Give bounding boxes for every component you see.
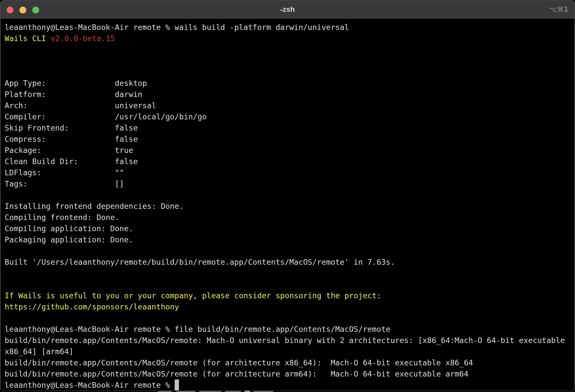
terminal-text-segment: Wails CLI xyxy=(5,34,51,43)
terminal-text-segment: Built '/Users/leaanthony/remote/build/bi… xyxy=(5,257,395,266)
terminal-screen[interactable]: leaanthony@Leas-MacBook-Air remote % wai… xyxy=(1,19,574,391)
traffic-lights xyxy=(7,7,39,13)
terminal-line xyxy=(5,44,574,55)
terminal-line: LDFlags: "" xyxy=(5,167,574,178)
terminal-line: Tags: [] xyxy=(5,178,574,189)
terminal-line xyxy=(5,245,574,257)
terminal-line: Compiling frontend: Done. xyxy=(5,212,574,223)
terminal-text-segment: build/bin/remote.app/Contents/MacOS/remo… xyxy=(5,369,468,378)
terminal-window: -zsh ⌥⌘1 leaanthony@Leas-MacBook-Air rem… xyxy=(0,0,575,391)
terminal-line xyxy=(5,66,574,78)
terminal-line: leaanthony@Leas-MacBook-Air remote % xyxy=(5,380,574,391)
terminal-text-segment: Compress: false xyxy=(5,135,138,143)
terminal-line: Clean Build Dir: false xyxy=(5,156,574,167)
terminal-line xyxy=(5,268,574,279)
terminal-text-segment: leaanthony@Leas-MacBook-Air remote % fil… xyxy=(5,325,390,333)
terminal-line xyxy=(5,312,574,324)
terminal-line: Compress: false xyxy=(5,134,574,145)
terminal-text-segment: Platform: darwin xyxy=(5,90,142,99)
background-fragment xyxy=(245,391,250,392)
terminal-line: x86_64] [arm64] xyxy=(5,346,574,357)
terminal-text-segment: build/bin/remote.app/Contents/MacOS/remo… xyxy=(5,336,565,345)
terminal-text-segment: build/bin/remote.app/Contents/MacOS/remo… xyxy=(5,358,473,367)
terminal-line: Skip Frontend: false xyxy=(5,122,574,134)
keyboard-shortcut-badge: ⌥⌘1 xyxy=(549,6,568,13)
terminal-text-segment: v2.0.0-beta.15 xyxy=(51,34,115,43)
window-title: -zsh xyxy=(280,5,295,14)
terminal-text-segment: Installing frontend dependencies: Done. xyxy=(5,202,184,210)
desktop-background: -zsh ⌥⌘1 leaanthony@Leas-MacBook-Air rem… xyxy=(0,0,575,392)
terminal-text-segment: x86_64] [arm64] xyxy=(5,347,73,356)
terminal-line xyxy=(5,189,574,201)
terminal-text-segment: leaanthony@Leas-MacBook-Air remote % wai… xyxy=(5,23,349,32)
background-window-sliver xyxy=(0,391,575,392)
terminal-line: Compiling application: Done. xyxy=(5,223,574,234)
terminal-line: App Type: desktop xyxy=(5,78,574,89)
terminal-line: leaanthony@Leas-MacBook-Air remote % wai… xyxy=(5,22,574,33)
terminal-text-segment: Compiling frontend: Done. xyxy=(5,213,119,222)
terminal-line: https://github.com/sponsors/leaanthony xyxy=(5,301,574,312)
terminal-text-segment: Compiling application: Done. xyxy=(5,224,133,233)
minimize-button[interactable] xyxy=(19,7,26,13)
terminal-line: Compiler: /usr/local/go/bin/go xyxy=(5,111,574,122)
terminal-text-segment: App Type: desktop xyxy=(5,79,147,87)
terminal-text-segment: Compiler: /usr/local/go/bin/go xyxy=(5,112,207,121)
terminal-cursor xyxy=(175,380,179,391)
terminal-line: Platform: darwin xyxy=(5,89,574,100)
terminal-line: Package: true xyxy=(5,145,574,156)
terminal-line: build/bin/remote.app/Contents/MacOS/remo… xyxy=(5,357,574,368)
terminal-text-segment: https://github.com/sponsors/leaanthony xyxy=(5,302,179,311)
terminal-text-segment: LDFlags: "" xyxy=(5,168,124,177)
terminal-line: Arch: universal xyxy=(5,100,574,111)
terminal-line: If Wails is useful to you or your compan… xyxy=(5,290,574,301)
terminal-text-segment: Packaging application: Done. xyxy=(5,235,133,244)
zoom-button[interactable] xyxy=(32,7,39,13)
terminal-text-segment: Package: true xyxy=(5,146,133,155)
terminal-line: Packaging application: Done. xyxy=(5,234,574,245)
terminal-text-segment: Skip Frontend: false xyxy=(5,123,138,132)
terminal-line xyxy=(5,279,574,290)
terminal-text-segment: If Wails is useful to you or your compan… xyxy=(5,291,381,300)
window-titlebar[interactable]: -zsh ⌥⌘1 xyxy=(1,0,574,19)
terminal-line: build/bin/remote.app/Contents/MacOS/remo… xyxy=(5,335,574,346)
terminal-text-segment: leaanthony@Leas-MacBook-Air remote % xyxy=(5,380,175,389)
close-button[interactable] xyxy=(7,7,13,13)
terminal-text-segment: Clean Build Dir: false xyxy=(5,157,138,166)
terminal-line: build/bin/remote.app/Contents/MacOS/remo… xyxy=(5,368,574,380)
terminal-text-segment: Arch: universal xyxy=(5,101,156,110)
terminal-text-segment: Tags: [] xyxy=(5,179,124,188)
terminal-line xyxy=(5,55,574,66)
terminal-line: leaanthony@Leas-MacBook-Air remote % fil… xyxy=(5,324,574,335)
terminal-line: Built '/Users/leaanthony/remote/build/bi… xyxy=(5,257,574,268)
terminal-line: Wails CLI v2.0.0-beta.15 xyxy=(5,33,574,44)
terminal-line: Installing frontend dependencies: Done. xyxy=(5,201,574,212)
